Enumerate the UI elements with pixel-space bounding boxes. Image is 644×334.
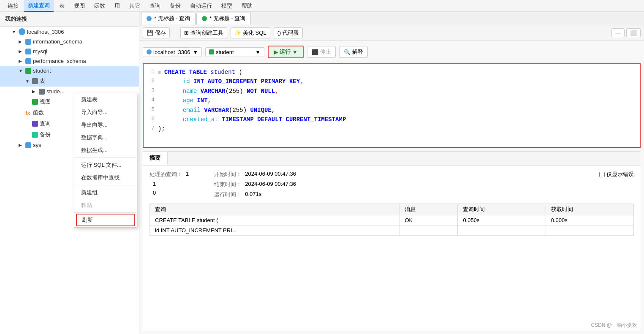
col-header-message: 消息 bbox=[399, 204, 458, 215]
run-label: 运行 bbox=[280, 48, 291, 56]
result-tab-summary[interactable]: 摘要 bbox=[143, 152, 168, 165]
sidebar-item-performance-schema[interactable]: ▶ performance_schema bbox=[0, 56, 139, 66]
col-header-query: 查询 bbox=[150, 204, 399, 215]
backup-icon bbox=[32, 132, 38, 138]
menu-new-query[interactable]: 新建查询 bbox=[24, 0, 54, 12]
code-editor[interactable]: 1 ⊟ CREATE TABLE student ( 2 id INT AUTO… bbox=[143, 63, 641, 148]
start-time-value: 2024-06-09 00:47:36 bbox=[245, 171, 296, 178]
context-menu-paste[interactable]: 粘贴 bbox=[74, 199, 137, 212]
server-icon bbox=[19, 28, 25, 35]
context-menu-refresh[interactable]: 刷新 bbox=[76, 214, 135, 226]
table-row: CREATE TABLE student ( OK 0.050s 0.000s bbox=[150, 215, 634, 225]
beautify-label: 美化 SQL bbox=[243, 29, 266, 37]
only-errors-wrapper: 仅显示错误 bbox=[599, 171, 634, 178]
watermark: CSDN @一响小贪欢 bbox=[591, 322, 637, 329]
content-area: * 无标题 - 查询 * 无标题 - 查询 💾 保存 ⊞ 查询创建工具 ✨ 美化… bbox=[139, 12, 644, 334]
row2-left-value: 1 bbox=[153, 181, 156, 187]
context-menu-export[interactable]: 导出向导... bbox=[74, 119, 137, 131]
context-menu-new-group[interactable]: 新建组 bbox=[74, 186, 137, 199]
code-line-5: 5 email VARCHAR(255) UNIQUE, bbox=[145, 106, 638, 115]
code-line-3: 3 name VARCHAR(255) NOT NULL, bbox=[145, 87, 638, 96]
cell-query: CREATE TABLE student ( bbox=[150, 215, 399, 225]
sidebar-item-information-schema[interactable]: ▶ information_schema bbox=[0, 37, 139, 46]
context-menu-data-gen[interactable]: 数据生成... bbox=[74, 144, 137, 157]
menu-function[interactable]: 函数 bbox=[90, 0, 109, 11]
sidebar-item-label: sys bbox=[33, 142, 41, 148]
context-menu-separator bbox=[74, 157, 137, 158]
menu-backup[interactable]: 备份 bbox=[166, 0, 185, 11]
menu-query[interactable]: 查询 bbox=[145, 0, 165, 11]
only-errors-checkbox[interactable] bbox=[599, 172, 605, 177]
context-menu-run-sql[interactable]: 运行 SQL 文件... bbox=[74, 159, 137, 171]
chevron-right-icon: ▶ bbox=[19, 143, 24, 147]
maximize-button[interactable]: ⬜ bbox=[626, 28, 641, 37]
context-menu-new-table[interactable]: 新建表 bbox=[74, 93, 137, 106]
database-select[interactable]: student ▼ bbox=[205, 47, 264, 57]
tab-query-1[interactable]: * 无标题 - 查询 bbox=[141, 13, 196, 24]
server-select[interactable]: localhost_3306 ▼ bbox=[143, 47, 202, 57]
tab-query-2[interactable]: * 无标题 - 查询 bbox=[196, 13, 251, 24]
run-button[interactable]: ▶ 运行 ▼ bbox=[268, 46, 304, 58]
sidebar-item-student[interactable]: ▼ student bbox=[0, 66, 139, 76]
cell-fetch-time bbox=[546, 225, 633, 236]
build-query-button[interactable]: ⊞ 查询创建工具 bbox=[180, 27, 227, 38]
toolbar: 💾 保存 ⊞ 查询创建工具 ✨ 美化 SQL () 代码段 — ⬜ bbox=[139, 25, 644, 41]
context-menu-find-in-db[interactable]: 在数据库中查找 bbox=[74, 171, 137, 184]
top-menubar: 连接 新建查询 表 视图 函数 用 其它 查询 备份 自动运行 模型 帮助 bbox=[0, 0, 644, 12]
menu-autorun[interactable]: 自动运行 bbox=[186, 0, 216, 11]
result-tabs: 摘要 bbox=[143, 152, 641, 166]
snippet-button[interactable]: () 代码段 bbox=[274, 27, 303, 38]
menu-connect[interactable]: 连接 bbox=[3, 0, 23, 11]
context-menu-data-dict[interactable]: 数据字典... bbox=[74, 131, 137, 144]
table-row: id INT AUTO_INCREMENT PRI... bbox=[150, 225, 634, 236]
menu-help[interactable]: 帮助 bbox=[237, 0, 257, 11]
db-icon bbox=[25, 49, 31, 54]
menu-view[interactable]: 视图 bbox=[70, 0, 89, 11]
run-icon: ▶ bbox=[274, 49, 278, 55]
run-dropdown-icon: ▼ bbox=[292, 49, 298, 55]
db-icon bbox=[25, 39, 31, 45]
cell-query: id INT AUTO_INCREMENT PRI... bbox=[150, 225, 399, 236]
query-area: localhost_3306 ▼ student ▼ ▶ 运行 ▼ ⬛ 停止 bbox=[139, 41, 644, 334]
build-icon: ⊞ bbox=[184, 30, 189, 36]
chevron-right-icon: ▶ bbox=[19, 49, 24, 54]
stop-label: 停止 bbox=[320, 48, 331, 56]
sidebar-item-table-group[interactable]: ▼ 表 bbox=[0, 76, 139, 87]
minimize-button[interactable]: — bbox=[611, 28, 625, 37]
server-select-icon bbox=[147, 49, 152, 54]
cell-fetch-time: 0.000s bbox=[546, 215, 633, 225]
menu-model[interactable]: 模型 bbox=[217, 0, 236, 11]
db-select-icon bbox=[209, 49, 214, 54]
code-line-6: 6 created_at TIMESTAMP DEFAULT CURRENT_T… bbox=[145, 115, 638, 124]
sidebar-item-label: stude... bbox=[46, 88, 65, 95]
view-icon bbox=[32, 99, 38, 105]
col-header-query-time: 查询时间 bbox=[458, 204, 546, 215]
table-icon bbox=[39, 89, 45, 95]
func-icon: fx bbox=[25, 110, 31, 116]
sidebar-item-label: student bbox=[33, 68, 51, 74]
sidebar-item-localhost[interactable]: ▼ localhost_3306 bbox=[0, 27, 139, 37]
sidebar-item-label: 视图 bbox=[40, 98, 51, 106]
chevron-down-icon: ▼ bbox=[12, 30, 17, 34]
menu-other[interactable]: 其它 bbox=[125, 0, 144, 11]
sidebar-item-label: 备份 bbox=[40, 131, 51, 138]
explain-button[interactable]: 🔍 解释 bbox=[339, 46, 368, 58]
save-button[interactable]: 💾 保存 bbox=[143, 27, 170, 38]
cell-query-time bbox=[458, 225, 546, 236]
connection-toolbar: localhost_3306 ▼ student ▼ ▶ 运行 ▼ ⬛ 停止 bbox=[143, 44, 641, 60]
menu-use[interactable]: 用 bbox=[110, 0, 124, 11]
code-line-2: 2 id INT AUTO_INCREMENT PRIMARY KEY, bbox=[145, 77, 638, 86]
context-menu-import[interactable]: 导入向导... bbox=[74, 106, 137, 119]
menu-table[interactable]: 表 bbox=[55, 0, 69, 11]
query-tab-icon bbox=[147, 16, 152, 21]
end-time-label: 结束时间： bbox=[214, 181, 242, 188]
sidebar-item-mysql[interactable]: ▶ mysql bbox=[0, 46, 139, 56]
build-label: 查询创建工具 bbox=[190, 29, 223, 37]
runtime-value: 0.071s bbox=[245, 191, 261, 198]
result-content: 处理的查询： 1 1 0 bbox=[143, 166, 641, 241]
result-area: 摘要 处理的查询： 1 1 bbox=[143, 151, 641, 331]
beautify-button[interactable]: ✨ 美化 SQL bbox=[231, 27, 270, 38]
stop-button[interactable]: ⬛ 停止 bbox=[307, 46, 336, 58]
end-time-value: 2024-06-09 00:47:36 bbox=[245, 181, 296, 188]
context-menu-separator2 bbox=[74, 185, 137, 185]
